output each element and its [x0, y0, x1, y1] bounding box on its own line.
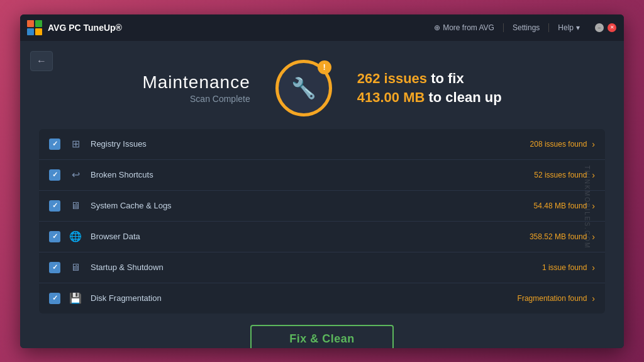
- maintenance-text-block: Maintenance Scan Complete: [142, 72, 250, 104]
- issue-chevron[interactable]: ›: [592, 170, 595, 180]
- issue-row[interactable]: ✓ 🌐 Browser Data 358.52 MB found ›: [39, 222, 605, 252]
- issue-name: System Cache & Logs: [91, 201, 534, 210]
- nav-divider2: [548, 23, 549, 32]
- window-controls: – ✕: [595, 23, 616, 32]
- issue-name: Disk Fragmentation: [91, 293, 518, 303]
- issue-icon: 🖥: [67, 197, 84, 215]
- issue-icon: 💾: [67, 290, 84, 307]
- issue-icon: ⊞: [67, 135, 84, 153]
- app-title: AVG PC TuneUp®: [48, 23, 122, 33]
- issue-row[interactable]: ✓ ↩ Broken Shortcuts 52 issues found ›: [39, 160, 605, 191]
- scan-icon: 🔧 !: [275, 60, 332, 116]
- issue-result: 1 issue found: [542, 263, 587, 272]
- issue-checkbox[interactable]: ✓: [49, 262, 60, 273]
- titlebar-left: AVG PC TuneUp®: [26, 20, 122, 36]
- app-window: AVG PC TuneUp® ⊕ More from AVG Settings …: [20, 14, 624, 348]
- issue-name: Broken Shortcuts: [91, 170, 534, 179]
- issue-name: Startup & Shutdown: [91, 263, 542, 272]
- issue-checkbox[interactable]: ✓: [49, 231, 60, 242]
- maintenance-title: Maintenance: [142, 72, 250, 93]
- stats-block: 262 issues to fix 413.00 MB to clean up: [357, 71, 502, 106]
- issue-name: Registry Issues: [91, 139, 530, 149]
- header-section: Maintenance Scan Complete 🔧 ! 262 issues…: [20, 41, 624, 129]
- wrench-icon: 🔧: [291, 76, 316, 100]
- issue-row[interactable]: ✓ 🖥 Startup & Shutdown 1 issue found ›: [39, 252, 605, 283]
- issues-count: 262 issues to fix: [357, 71, 502, 87]
- issue-result: 208 issues found: [530, 140, 587, 149]
- plus-circle-icon: ⊕: [434, 23, 440, 32]
- minimize-button[interactable]: –: [595, 23, 604, 32]
- issue-checkbox[interactable]: ✓: [49, 200, 60, 212]
- issue-icon: 🌐: [67, 228, 84, 246]
- issue-row[interactable]: ✓ 🖥 System Cache & Logs 54.48 MB found ›: [39, 191, 605, 222]
- issue-result: 54.48 MB found: [534, 201, 587, 210]
- issue-chevron[interactable]: ›: [592, 201, 595, 211]
- fix-clean-button[interactable]: Fix & Clean: [250, 325, 394, 348]
- titlebar-right: ⊕ More from AVG Settings Help ▾ – ✕: [434, 23, 616, 32]
- help-button[interactable]: Help ▾: [558, 23, 580, 32]
- issue-result: 358.52 MB found: [530, 232, 587, 241]
- more-from-avg-button[interactable]: ⊕ More from AVG: [434, 23, 494, 32]
- circle-ring: 🔧 !: [275, 60, 332, 116]
- issue-chevron[interactable]: ›: [592, 232, 595, 242]
- issue-icon: ↩: [67, 166, 84, 184]
- nav-divider1: [503, 23, 504, 32]
- issue-row[interactable]: ✓ ⊞ Registry Issues 208 issues found ›: [39, 129, 605, 160]
- back-button[interactable]: ←: [30, 51, 53, 71]
- issue-checkbox[interactable]: ✓: [49, 169, 60, 181]
- issue-row[interactable]: ✓ 💾 Disk Fragmentation Fragmentation fou…: [39, 283, 605, 314]
- issue-result: 52 issues found: [534, 171, 587, 179]
- titlebar: AVG PC TuneUp® ⊕ More from AVG Settings …: [20, 14, 624, 41]
- chevron-down-icon: ▾: [576, 23, 580, 32]
- issue-checkbox[interactable]: ✓: [49, 139, 60, 150]
- issue-checkbox[interactable]: ✓: [49, 293, 60, 304]
- scan-status: Scan Complete: [142, 94, 250, 104]
- alert-badge: !: [318, 60, 331, 74]
- settings-button[interactable]: Settings: [513, 23, 540, 32]
- clean-count: 413.00 MB to clean up: [357, 89, 502, 106]
- issue-name: Browser Data: [91, 232, 530, 241]
- issue-icon: 🖥: [67, 259, 84, 276]
- close-button[interactable]: ✕: [608, 23, 616, 32]
- issues-list: ✓ ⊞ Registry Issues 208 issues found › ✓…: [39, 129, 605, 314]
- action-section: Fix & Clean Cancel: [20, 314, 624, 348]
- issue-chevron[interactable]: ›: [592, 139, 595, 149]
- avg-logo: [26, 20, 43, 36]
- issue-chevron[interactable]: ›: [592, 263, 595, 273]
- issue-result: Fragmentation found: [518, 294, 587, 303]
- main-content: ← Maintenance Scan Complete 🔧 ! 262 issu…: [20, 41, 624, 348]
- issue-chevron[interactable]: ›: [592, 293, 595, 303]
